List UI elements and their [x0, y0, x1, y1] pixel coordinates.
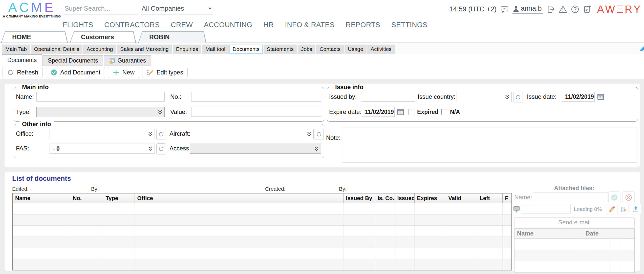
add-document-button[interactable]: Add Document: [46, 67, 105, 78]
record-tab-enquiries[interactable]: Enquiries: [173, 45, 202, 54]
doc-column-type[interactable]: Type: [103, 193, 135, 203]
table-cell: [502, 259, 511, 270]
table-row[interactable]: [13, 259, 511, 270]
record-tab-operational-details[interactable]: Operational Details: [31, 45, 83, 54]
value-field[interactable]: [191, 107, 321, 117]
user-menu[interactable]: anna.b: [512, 5, 543, 14]
record-tab-activities[interactable]: Activities: [367, 45, 395, 54]
doc-column-is-co[interactable]: Is. Co...: [375, 193, 395, 203]
aircraft-select[interactable]: [190, 129, 314, 139]
nav-item-info-rates[interactable]: INFO & RATES: [285, 21, 334, 29]
refresh-button[interactable]: Refresh: [3, 67, 43, 78]
table-cell: [446, 203, 477, 214]
att-column-date[interactable]: Date: [583, 229, 611, 239]
table-row[interactable]: [514, 239, 634, 250]
alerts-icon[interactable]: [559, 5, 567, 13]
doc-tab-guaranties[interactable]: Guaranties: [104, 55, 151, 66]
type-select[interactable]: [36, 107, 165, 117]
att-column-blank[interactable]: [611, 229, 621, 239]
company-selector[interactable]: All Companies: [141, 3, 213, 14]
fas-select[interactable]: - 0: [50, 144, 155, 154]
doc-column-issued[interactable]: Issued: [395, 193, 414, 203]
office-refresh-button[interactable]: [156, 129, 166, 140]
table-row[interactable]: [13, 237, 511, 248]
nav-item-crew[interactable]: CREW: [171, 21, 193, 29]
nav-item-settings[interactable]: SETTINGS: [391, 21, 427, 29]
table-cell: [103, 226, 135, 237]
no-field[interactable]: [191, 92, 321, 102]
nav-item-flights[interactable]: FLIGHTS: [63, 21, 93, 29]
doc-column-left[interactable]: Left: [477, 193, 502, 203]
attachment-confirm-button[interactable]: [608, 191, 620, 203]
new-button[interactable]: New: [108, 67, 139, 78]
expire-date-field[interactable]: 11/02/2019: [362, 107, 395, 117]
upload-attachment-button[interactable]: [630, 204, 641, 214]
table-row[interactable]: [514, 261, 634, 273]
window-tab-home[interactable]: HOME: [1, 31, 68, 43]
attachment-name-input[interactable]: [533, 192, 608, 202]
calendar-icon[interactable]: [597, 93, 605, 101]
computer-icon[interactable]: [513, 205, 520, 213]
edit-attachment-button[interactable]: [607, 204, 618, 214]
access-type-select[interactable]: [190, 144, 321, 154]
check-circle-icon: [50, 69, 57, 76]
doc-column-expires[interactable]: Expires: [414, 193, 446, 203]
record-tab-main-tab[interactable]: Main Tab: [2, 45, 30, 54]
record-tab-statements[interactable]: Statements: [264, 45, 297, 54]
nav-item-reports[interactable]: REPORTS: [346, 21, 380, 29]
record-tab-documents[interactable]: Documents: [229, 45, 263, 54]
doc-tab-documents[interactable]: Documents: [2, 54, 42, 66]
help-icon[interactable]: [571, 5, 579, 13]
send-email-button[interactable]: Send e-mail: [514, 217, 635, 227]
na-checkbox[interactable]: [441, 109, 447, 115]
doc-column-valid[interactable]: Valid: [446, 193, 477, 203]
edit-types-button[interactable]: Edit types: [142, 67, 188, 78]
issue-country-refresh-button[interactable]: [513, 92, 523, 103]
table-row[interactable]: [13, 226, 511, 237]
nav-item-hr[interactable]: HR: [263, 21, 274, 29]
record-tab-mail-tool[interactable]: Mail tool: [202, 45, 228, 54]
record-tab-jobs[interactable]: Jobs: [298, 45, 315, 54]
table-row[interactable]: [13, 203, 511, 214]
super-search-input[interactable]: [65, 3, 138, 14]
aircraft-refresh-button[interactable]: [314, 129, 324, 140]
paste-attachment-button[interactable]: [619, 204, 629, 214]
window-tab-customers[interactable]: Customers: [70, 31, 136, 43]
doc-column-f[interactable]: F: [502, 193, 511, 203]
fas-value: - 0: [53, 144, 60, 153]
issued-by-field[interactable]: [362, 92, 415, 102]
table-cell: [477, 226, 502, 237]
record-tab-contacts[interactable]: Contacts: [316, 45, 344, 54]
attachment-cancel-button[interactable]: [622, 191, 635, 203]
record-tab-usage[interactable]: Usage: [345, 45, 367, 54]
table-row[interactable]: [13, 248, 511, 259]
table-row[interactable]: [514, 250, 634, 261]
doc-column-no[interactable]: No.: [70, 193, 103, 203]
issue-date-field[interactable]: 11/02/2019: [562, 92, 595, 102]
file-path-input[interactable]: [522, 205, 569, 214]
issue-country-select[interactable]: [457, 92, 512, 102]
att-column-blank[interactable]: [621, 229, 634, 239]
record-tab-sales-and-marketing[interactable]: Sales and Marketing: [117, 45, 172, 54]
expired-checkbox[interactable]: [409, 109, 414, 115]
logout-icon[interactable]: [547, 5, 555, 13]
att-column-name[interactable]: Name: [514, 229, 583, 239]
name-field[interactable]: [36, 92, 165, 102]
calendar-icon[interactable]: [397, 108, 404, 116]
window-tab-robin[interactable]: ROBIN: [138, 31, 206, 43]
doc-column-name[interactable]: Name: [13, 193, 70, 203]
record-tab-accounting[interactable]: Accounting: [83, 45, 116, 54]
doc-tab-special-documents[interactable]: Special Documents: [42, 55, 103, 66]
fas-refresh-button[interactable]: [156, 143, 166, 154]
office-select[interactable]: [50, 129, 155, 139]
nav-item-contractors[interactable]: CONTRACTORS: [104, 21, 160, 29]
doc-column-office[interactable]: Office: [135, 193, 343, 203]
doc-column-issued-by[interactable]: Issued By: [343, 193, 375, 203]
table-row[interactable]: [13, 214, 511, 226]
table-header-row: NameDate: [514, 229, 634, 239]
messages-icon[interactable]: [500, 5, 509, 13]
news-icon[interactable]: [583, 5, 591, 13]
nav-item-accounting[interactable]: ACCOUNTING: [204, 21, 252, 29]
note-textarea[interactable]: [342, 127, 637, 163]
edit-pencil-blue-icon[interactable]: [639, 45, 644, 52]
